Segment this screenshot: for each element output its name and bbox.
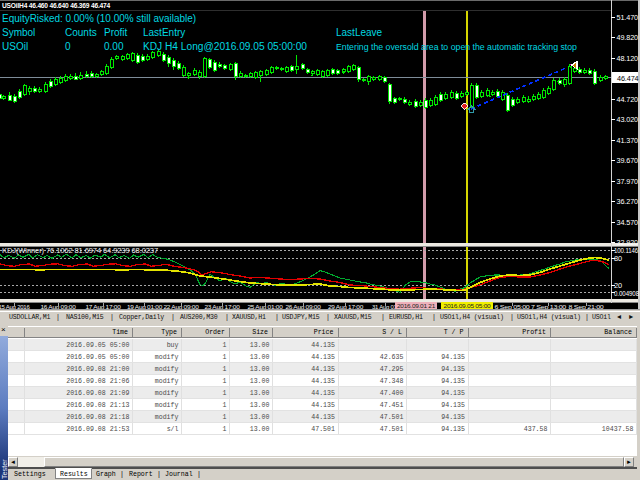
svg-text:0: 0 (65, 41, 71, 52)
svg-text:41.370: 41.370 (617, 137, 639, 144)
svg-text:80: 80 (614, 254, 622, 263)
svg-text:100.1146: 100.1146 (614, 247, 638, 254)
svg-text:USOilH4 46.460 46.640 46.369: USOilH4 46.460 46.640 46.369 46.474 (2, 2, 110, 9)
svg-text:Entering the oversold area to: Entering the oversold area to open the a… (336, 42, 577, 52)
svg-text:0.004908: 0.004908 (614, 290, 639, 297)
svg-text:EquityRisked: 0.00% (10.00% st: EquityRisked: 0.00% (10.00% still availa… (2, 13, 196, 24)
svg-text:48.120: 48.120 (617, 55, 639, 62)
svg-text:46.474: 46.474 (617, 75, 639, 82)
svg-text:LastEntry: LastEntry (143, 27, 185, 38)
svg-text:44.720: 44.720 (617, 96, 639, 103)
svg-text:Profit: Profit (104, 27, 128, 38)
svg-text:KDJ(Winner) 76.1062 81.6974 64: KDJ(Winner) 76.1062 81.6974 64.9239 68.0… (2, 247, 159, 255)
svg-text:36.270: 36.270 (617, 198, 639, 205)
svg-text:KDJ H4 Long@2016.09.05 05:00:0: KDJ H4 Long@2016.09.05 05:00:00 (143, 41, 307, 52)
svg-text:34.570: 34.570 (617, 219, 639, 226)
svg-text:0.00: 0.00 (104, 41, 124, 52)
svg-text:32.920: 32.920 (617, 239, 639, 246)
svg-text:2016.09.01 21: 2016.09.01 21 (397, 302, 436, 309)
svg-text:Counts: Counts (65, 27, 97, 38)
svg-text:2016.09.05 05:00: 2016.09.05 05:00 (444, 302, 492, 309)
svg-text:51.470: 51.470 (617, 14, 639, 21)
svg-text:USOil: USOil (2, 41, 28, 52)
svg-text:39.670: 39.670 (617, 157, 639, 164)
svg-text:43.020: 43.020 (617, 116, 639, 123)
svg-text:Symbol: Symbol (2, 27, 35, 38)
svg-text:LastLeave: LastLeave (336, 27, 383, 38)
svg-text:37.970: 37.970 (617, 178, 639, 185)
svg-text:49.820: 49.820 (617, 34, 639, 41)
